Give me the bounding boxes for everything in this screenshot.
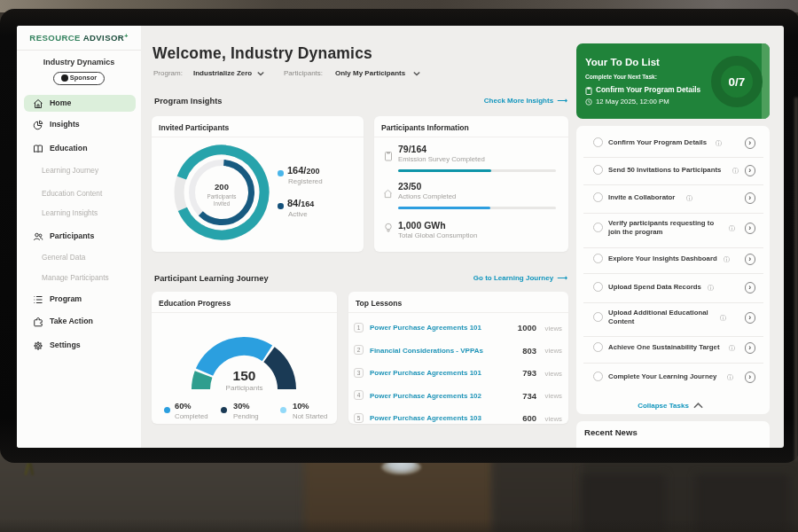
- svg-text:Invited: Invited: [214, 200, 231, 207]
- svg-text:0/7: 0/7: [729, 75, 746, 89]
- svg-text:Participants: Participants: [207, 193, 237, 200]
- svg-text:200: 200: [215, 182, 229, 192]
